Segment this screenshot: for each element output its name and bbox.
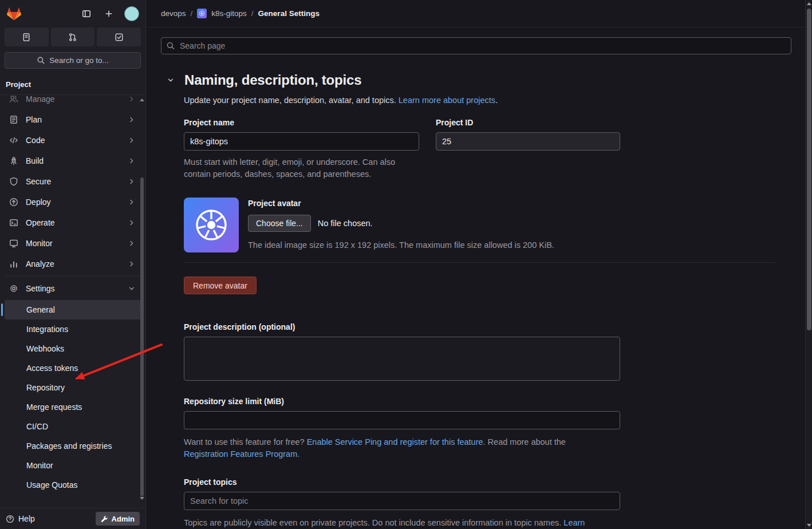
project-name-help: Must start with letter, digit, emoji, or… xyxy=(184,156,410,180)
sidebar-subitem-integrations[interactable]: Integrations xyxy=(5,319,141,339)
repo-help-text-2: . Read more about the xyxy=(483,437,566,447)
registration-features-link[interactable]: Registration Features Program xyxy=(184,449,297,459)
description-text: Update your project name, description, a… xyxy=(184,96,399,105)
project-id-input[interactable] xyxy=(436,132,620,151)
rocket-icon xyxy=(9,156,18,165)
chevron-right-icon xyxy=(127,115,136,124)
chevron-down-icon xyxy=(166,76,175,85)
chevron-right-icon xyxy=(127,218,136,227)
question-icon xyxy=(6,515,14,523)
sidebar-subitem-webhooks[interactable]: Webhooks xyxy=(5,339,141,358)
shield-icon xyxy=(9,177,18,186)
admin-button[interactable]: Admin xyxy=(96,512,140,526)
sidebar-item-manage[interactable]: Manage xyxy=(5,95,141,109)
section-description: Update your project name, description, a… xyxy=(184,96,791,105)
search-or-go-to-button[interactable]: Search or go to... xyxy=(5,52,141,69)
project-avatar-label: Project avatar xyxy=(248,199,554,208)
sidebar-item-monitor[interactable]: Monitor xyxy=(5,233,141,254)
name-id-row: Project name Must start with letter, dig… xyxy=(184,118,791,180)
project-description-group: Project description (optional) xyxy=(184,322,791,381)
choose-file-button[interactable]: Choose file... xyxy=(248,215,311,232)
page-scrollbar[interactable] xyxy=(805,0,812,529)
service-ping-link[interactable]: Enable Service Ping and register for thi… xyxy=(307,437,483,447)
admin-label: Admin xyxy=(112,515,135,523)
project-topics-input[interactable] xyxy=(184,492,620,510)
project-name-input[interactable] xyxy=(184,132,419,151)
sidebar-item-plan[interactable]: Plan xyxy=(5,109,141,130)
page-search-input[interactable] xyxy=(161,37,791,54)
monitor-icon xyxy=(9,239,18,248)
merge-requests-shortcut-button[interactable] xyxy=(51,27,95,46)
issues-shortcut-button[interactable] xyxy=(5,27,49,46)
sidebar-item-operate[interactable]: Operate xyxy=(5,212,141,233)
subitem-label: Integrations xyxy=(26,324,68,335)
sidebar-item-code[interactable]: Code xyxy=(5,130,141,151)
issues-icon xyxy=(22,33,31,42)
create-new-button[interactable] xyxy=(102,7,116,21)
section-collapse-button[interactable] xyxy=(166,76,175,85)
breadcrumb-separator: / xyxy=(191,9,193,18)
plus-icon xyxy=(104,9,113,18)
sidebar-subitem-packages-and-registries[interactable]: Packages and registries xyxy=(5,436,141,456)
breadcrumb-project-link[interactable]: k8s-gitops xyxy=(211,9,247,18)
sidebar: Search or go to... Project ManagePlanCod… xyxy=(0,0,146,529)
sidebar-item-label: Analyze xyxy=(26,259,120,269)
subitem-label: Packages and registries xyxy=(26,441,112,452)
sidebar-scroll-down-icon[interactable] xyxy=(140,497,144,500)
sidebar-item-secure[interactable]: Secure xyxy=(5,171,141,192)
sidebar-toggle-button[interactable] xyxy=(80,7,93,21)
user-avatar[interactable] xyxy=(124,6,139,21)
code-icon xyxy=(9,136,18,145)
subitem-label: CI/CD xyxy=(26,421,48,432)
repository-size-limit-input[interactable] xyxy=(184,411,620,429)
sidebar-item-label: Code xyxy=(26,136,120,145)
remove-avatar-button[interactable]: Remove avatar xyxy=(184,277,257,294)
sidebar-item-label: Plan xyxy=(26,115,120,124)
sidebar-item-label: Operate xyxy=(26,218,120,227)
wrench-icon xyxy=(101,515,108,523)
sidebar-subitem-ci-cd[interactable]: CI/CD xyxy=(5,417,141,436)
sidebar-scroll-up-icon[interactable] xyxy=(140,98,144,101)
help-button[interactable]: Help xyxy=(6,514,35,523)
sidebar-item-label: Build xyxy=(26,156,120,165)
sidebar-item-settings[interactable]: Settings xyxy=(5,278,141,299)
project-id-label: Project ID xyxy=(436,118,620,127)
sidebar-footer: Help Admin xyxy=(0,508,145,529)
sidebar-subitem-monitor[interactable]: Monitor xyxy=(5,456,141,475)
chevron-right-icon xyxy=(127,136,136,145)
project-name-label: Project name xyxy=(184,118,419,127)
sidebar-item-deploy[interactable]: Deploy xyxy=(5,192,141,212)
section-header: Naming, description, topics xyxy=(161,72,791,88)
chevron-right-icon xyxy=(127,259,136,269)
sidebar-item-label: Secure xyxy=(26,177,120,186)
sidebar-item-label: Manage xyxy=(26,95,120,104)
breadcrumb-current-page: General Settings xyxy=(258,9,320,18)
sidebar-section-label: Project xyxy=(6,80,31,89)
sidebar-shortcuts xyxy=(5,27,141,46)
repo-help-text-1: Want to use this feature for free? xyxy=(184,437,307,447)
project-description-input[interactable] xyxy=(184,337,620,381)
breadcrumb: devops / k8s-gitops / General Settings xyxy=(147,0,805,27)
sidebar-header xyxy=(0,0,145,27)
sidebar-subitem-repository[interactable]: Repository xyxy=(5,378,141,397)
sidebar-item-label: Settings xyxy=(26,284,120,293)
sidebar-subitem-general[interactable]: General xyxy=(5,300,141,319)
sidebar-item-analyze[interactable]: Analyze xyxy=(5,254,141,274)
page-scroll-up-icon[interactable] xyxy=(807,2,811,5)
sidebar-subitem-usage-quotas[interactable]: Usage Quotas xyxy=(5,475,141,495)
subitem-label: Monitor xyxy=(26,460,53,471)
sidebar-subitem-merge-requests[interactable]: Merge requests xyxy=(5,397,141,417)
gitlab-logo-icon[interactable] xyxy=(6,6,22,21)
sidebar-scrollbar-thumb[interactable] xyxy=(140,177,144,496)
merge-request-icon xyxy=(68,33,77,42)
sidebar-subitem-access-tokens[interactable]: Access tokens xyxy=(5,358,141,378)
project-topics-label: Project topics xyxy=(184,477,791,487)
breadcrumb-group-link[interactable]: devops xyxy=(161,9,186,18)
project-avatar-row: Project avatar Choose file... No file ch… xyxy=(184,198,791,252)
page-scrollbar-thumb[interactable] xyxy=(807,9,811,330)
todo-list-shortcut-button[interactable] xyxy=(97,27,141,46)
page-scroll-down-icon[interactable] xyxy=(807,524,811,527)
sidebar-item-build[interactable]: Build xyxy=(5,151,141,171)
topics-help-text: Topics are publicly visible even on priv… xyxy=(184,518,563,527)
learn-more-projects-link[interactable]: Learn more about projects xyxy=(399,96,495,105)
